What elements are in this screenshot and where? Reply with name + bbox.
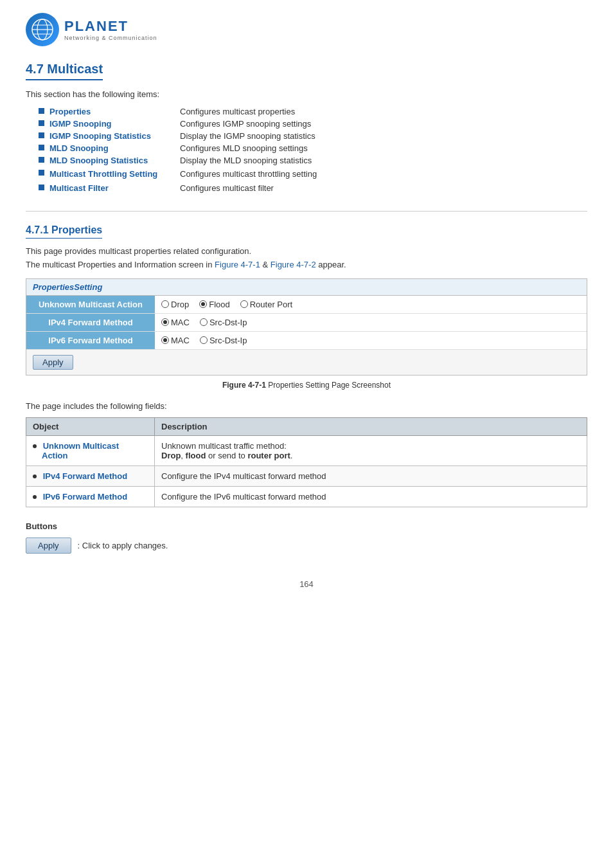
figure-caption-bold: Figure 4-7-1 [222,381,266,390]
page-number: 164 [26,579,587,589]
prop-label-ipv4: IPv4 Forward Method [26,313,155,331]
list-item: MLD Snooping [39,143,180,153]
item-link-throttling[interactable]: Multicast Throttling Setting [49,168,157,181]
figure-caption: Figure 4-7-1 Properties Setting Page Scr… [26,381,587,390]
prop-label-ipv6: IPv6 Forward Method [26,331,155,349]
radio-flood[interactable]: Flood [199,300,230,309]
radio-drop[interactable]: Drop [161,300,189,309]
section-title: 4.7 Multicast [26,62,103,80]
radio-inner-mac-ipv6 [163,338,167,342]
item-desc-throttling: Configures multicast throttling setting [180,168,587,181]
bullet-icon [39,157,44,163]
bullet-icon [39,120,44,126]
desc-bold-1: Drop, flood or send to router port. [161,451,292,460]
fields-intro: The page includes the following fields: [26,401,587,411]
radio-srcdst-ipv4[interactable]: Src-Dst-Ip [200,318,247,327]
radio-mac-ipv6[interactable]: MAC [161,336,190,345]
item-desc-mld-stats: Display the MLD snooping statistics [180,156,587,165]
item-desc-mld-snooping: Configures MLD snooping settings [180,143,587,153]
field-object-2: IPv4 Forward Method [26,466,155,486]
list-item: Multicast Throttling Setting [39,168,180,181]
radio-srcdst-ipv6[interactable]: Src-Dst-Ip [200,336,247,345]
buttons-section: Buttons Apply : Click to apply changes. [26,521,587,554]
radio-outer-srcdst-ipv6 [200,336,208,344]
bullet-icon [39,108,44,114]
logo-area: PLANET Networking & Communication [26,13,587,46]
radio-mac-ipv4[interactable]: MAC [161,318,190,327]
radio-outer-router [240,300,248,308]
brand-name: PLANET [64,18,157,35]
field-object-3: IPv6 Forward Method [26,486,155,507]
item-link-igmp-snooping[interactable]: IGMP Snooping [49,119,112,129]
obj-name-1: Unknown MulticastAction [33,441,119,460]
table-row: IPv6 Forward Method Configure the IPv6 m… [26,486,587,507]
table-header-row: Object Description [26,417,587,435]
bullet-dot-icon [33,444,37,448]
prop-label-unknown-multicast: Unknown Multicast Action [26,296,155,314]
radio-outer-srcdst-ipv4 [200,318,208,326]
list-item: IGMP Snooping [39,119,180,129]
figure-ref-text: The multicast Properties and Information… [26,260,587,269]
field-desc-1: Unknown multicast traffic method: Drop, … [155,435,587,466]
radio-router-port[interactable]: Router Port [240,300,292,309]
brand-sub: Networking & Communication [64,35,157,41]
figure-link-2[interactable]: Figure 4-7-2 [271,260,316,269]
field-desc-3: Configure the IPv6 multicast forward met… [155,486,587,507]
figure-link-1[interactable]: Figure 4-7-1 [215,260,260,269]
items-list: Properties Configures multicast properti… [39,107,587,193]
radio-outer-mac-ipv4 [161,318,169,326]
section-intro: This section has the following items: [26,89,587,99]
prop-value-ipv4: MAC Src-Dst-Ip [155,313,587,331]
item-link-mld-snooping[interactable]: MLD Snooping [49,143,109,153]
list-item: Properties [39,107,180,116]
item-desc-filter: Configures multicast filter [180,183,587,193]
table-row: Unknown MulticastAction Unknown multicas… [26,435,587,466]
item-link-properties[interactable]: Properties [49,107,91,116]
radio-outer-drop [161,300,169,308]
list-item: MLD Snooping Statistics [39,156,180,165]
prop-value-ipv6: MAC Src-Dst-Ip [155,331,587,349]
prop-value-unknown-multicast: Drop Flood Router Port [155,296,587,314]
figure-caption-rest: Properties Setting Page Screenshot [266,381,391,390]
field-object-1: Unknown MulticastAction [26,435,155,466]
radio-inner-flood [201,302,205,306]
radio-inner-mac-ipv4 [163,320,167,324]
radio-outer-mac-ipv6 [161,336,169,344]
radio-group-unknown: Drop Flood Router Port [161,300,580,309]
list-item: IGMP Snooping Statistics [39,131,180,141]
properties-setting-box: PropertiesSetting Unknown Multicast Acti… [26,278,587,375]
radio-outer-flood [199,300,207,308]
subsection-title: 4.7.1 Properties [26,224,102,239]
table-row: IPv6 Forward Method MAC Src-Dst-Ip [26,331,587,349]
bullet-dot-icon [33,495,37,499]
bullet-icon [39,132,44,138]
apply-desc: : Click to apply changes. [78,541,168,550]
obj-name-2: IPv4 Forward Method [43,471,127,481]
table-row: Unknown Multicast Action Drop Flood [26,296,587,314]
table-row: IPv4 Forward Method Configure the IPv4 m… [26,466,587,486]
bullet-dot-icon [33,475,37,478]
bullet-icon [39,145,44,150]
apply-area: Apply [26,349,587,375]
subsection-intro: This page provides multicast properties … [26,246,587,256]
apply-button[interactable]: Apply [33,355,73,370]
item-desc-igmp-stats: Display the IGMP snooping statistics [180,131,587,141]
properties-table: Unknown Multicast Action Drop Flood [26,296,587,349]
properties-box-header: PropertiesSetting [26,279,587,296]
item-link-igmp-stats[interactable]: IGMP Snooping Statistics [49,131,151,141]
col-description: Description [155,417,587,435]
divider [26,211,587,212]
item-link-filter[interactable]: Multicast Filter [49,183,109,193]
apply-button-2[interactable]: Apply [26,538,71,554]
item-desc-properties: Configures multicast properties [180,107,587,116]
radio-group-ipv4: MAC Src-Dst-Ip [161,318,580,327]
item-link-mld-stats[interactable]: MLD Snooping Statistics [49,156,148,165]
table-row: IPv4 Forward Method MAC Src-Dst-Ip [26,313,587,331]
buttons-row: Apply : Click to apply changes. [26,538,587,554]
list-item: Multicast Filter [39,183,180,193]
logo-icon [26,13,59,46]
field-desc-2: Configure the IPv4 multicast forward met… [155,466,587,486]
obj-name-3: IPv6 Forward Method [43,492,127,502]
bullet-icon [39,170,44,176]
desc-plain-1: Unknown multicast traffic method: [161,441,287,451]
